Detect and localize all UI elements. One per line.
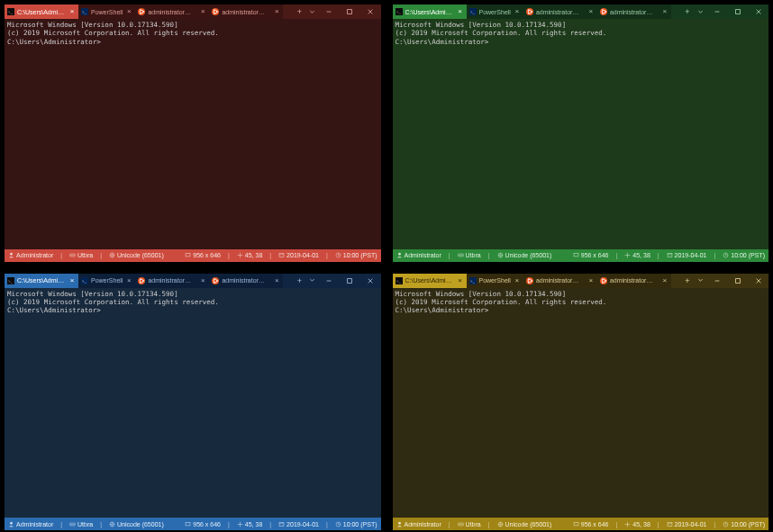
status-left: Administrator|Utbra|Unicode (65001) (8, 521, 164, 527)
terminal-output[interactable]: Microsoft Windows [Version 10.0.17134.59… (5, 288, 381, 518)
tab[interactable]: >_PowerShell× (78, 5, 135, 19)
terminal-output[interactable]: Microsoft Windows [Version 10.0.17134.59… (5, 19, 381, 249)
close-button[interactable] (360, 274, 381, 288)
chevron-down-icon[interactable] (694, 274, 706, 288)
tab[interactable]: administrator@DES...× (597, 274, 671, 288)
divider: | (615, 252, 617, 258)
ps-icon: >_ (469, 277, 477, 284)
tab[interactable]: administrator@DES...× (597, 5, 671, 19)
close-button[interactable] (748, 5, 768, 19)
status-position: 45, 38 (237, 521, 262, 527)
close-button[interactable] (748, 274, 768, 288)
maximize-button[interactable] (340, 5, 360, 19)
maximize-button[interactable] (340, 274, 360, 288)
close-icon[interactable]: × (587, 277, 595, 284)
status-size-label: 956 x 646 (581, 521, 609, 527)
close-icon[interactable]: × (68, 277, 76, 284)
svg-text:>_: >_ (469, 10, 475, 14)
close-icon[interactable]: × (68, 8, 76, 15)
terminal-output[interactable]: Microsoft Windows [Version 10.0.17134.59… (393, 19, 769, 249)
close-icon[interactable]: × (457, 277, 464, 284)
close-icon[interactable]: × (125, 8, 132, 15)
titlebar: >_C:\Users\Administrat...×>_PowerShell×a… (5, 5, 381, 19)
maximize-button[interactable] (727, 274, 748, 288)
terminal-line: Microsoft Windows [Version 10.0.17134.59… (7, 21, 378, 29)
close-icon[interactable]: × (273, 277, 280, 284)
chevron-down-icon[interactable] (694, 5, 706, 19)
tab[interactable]: administrator@DES...× (523, 274, 597, 288)
tab[interactable]: >_PowerShell× (78, 274, 135, 288)
tab[interactable]: administrator@DES...× (135, 5, 209, 19)
minimize-button[interactable] (706, 5, 727, 19)
minimize-button[interactable] (319, 5, 340, 19)
status-position: 45, 38 (237, 252, 262, 258)
svg-point-75 (214, 282, 215, 284)
tab[interactable]: administrator@DES...× (209, 274, 283, 288)
close-icon[interactable]: × (661, 277, 668, 284)
status-size-label: 956 x 646 (193, 521, 221, 527)
tab[interactable]: >_C:\Users\Administrat...× (393, 274, 467, 288)
status-size: 956 x 646 (573, 252, 609, 258)
divider: | (100, 521, 102, 527)
close-icon[interactable]: × (514, 8, 521, 15)
tab[interactable]: administrator@DES...× (523, 5, 597, 19)
svg-point-74 (214, 278, 215, 280)
tab-label: C:\Users\Administrat... (17, 9, 66, 15)
tab[interactable]: administrator@DES...× (135, 274, 209, 288)
tab-label: administrator@DES... (222, 277, 270, 284)
cmd-icon: >_ (396, 8, 403, 15)
ubuntu-icon (600, 277, 607, 284)
divider: | (228, 252, 230, 258)
divider: | (100, 252, 102, 258)
close-icon[interactable]: × (125, 277, 132, 284)
close-icon[interactable]: × (199, 277, 206, 284)
terminal-line: (c) 2019 Microsoft Corporation. All righ… (396, 29, 767, 37)
window-controls (319, 274, 381, 288)
close-icon[interactable]: × (514, 277, 521, 284)
divider: | (658, 521, 659, 527)
chevron-down-icon[interactable] (306, 274, 319, 288)
svg-rect-116 (574, 522, 578, 526)
tab[interactable]: >_PowerShell× (467, 5, 523, 19)
close-icon[interactable]: × (587, 8, 595, 15)
status-encoding-label: Unicode (65001) (505, 521, 552, 527)
tab-strip: >_C:\Users\Administrat...×>_PowerShell×a… (5, 5, 294, 19)
status-encoding: Unicode (65001) (109, 521, 164, 527)
minimize-button[interactable] (319, 274, 340, 288)
minimize-button[interactable] (706, 274, 727, 288)
terminal-line: C:\Users\Administrator> (396, 38, 767, 46)
maximize-button[interactable] (727, 5, 748, 19)
svg-text:>_: >_ (396, 278, 401, 283)
svg-rect-77 (348, 278, 352, 283)
close-icon[interactable]: × (199, 8, 206, 15)
tab[interactable]: administrator@DES...× (209, 5, 283, 19)
status-keyboard: Utbra (69, 521, 93, 527)
status-position-label: 45, 38 (632, 521, 650, 527)
new-tab-button[interactable]: + (681, 5, 694, 19)
new-tab-button[interactable]: + (294, 274, 306, 288)
tab[interactable]: >_C:\Users\Administrat...× (5, 274, 78, 288)
status-encoding: Unicode (65001) (497, 252, 552, 258)
terminal-line: (c) 2019 Microsoft Corporation. All righ… (396, 298, 767, 306)
ubuntu-icon (526, 8, 533, 15)
terminal-output[interactable]: Microsoft Windows [Version 10.0.17134.59… (393, 288, 769, 518)
close-icon[interactable]: × (273, 8, 280, 15)
status-encoding-label: Unicode (65001) (505, 252, 552, 258)
new-tab-button[interactable]: + (681, 274, 694, 288)
close-icon[interactable]: × (661, 8, 668, 15)
tab-label: C:\Users\Administrat... (405, 277, 454, 284)
svg-text:>_: >_ (82, 10, 87, 14)
status-encoding: Unicode (65001) (109, 252, 164, 258)
divider: | (326, 521, 328, 527)
close-button[interactable] (360, 5, 381, 19)
terminal-line: C:\Users\Administrator> (7, 38, 378, 46)
new-tab-button[interactable]: + (294, 5, 306, 19)
cmd-icon: >_ (396, 277, 403, 284)
ubuntu-icon (138, 8, 145, 15)
tab[interactable]: >_C:\Users\Administrat...× (5, 5, 78, 19)
tab[interactable]: >_C:\Users\Administrat...× (393, 5, 467, 19)
divider: | (714, 521, 715, 527)
tab[interactable]: >_PowerShell× (467, 274, 523, 288)
chevron-down-icon[interactable] (306, 5, 319, 19)
close-icon[interactable]: × (457, 8, 464, 15)
